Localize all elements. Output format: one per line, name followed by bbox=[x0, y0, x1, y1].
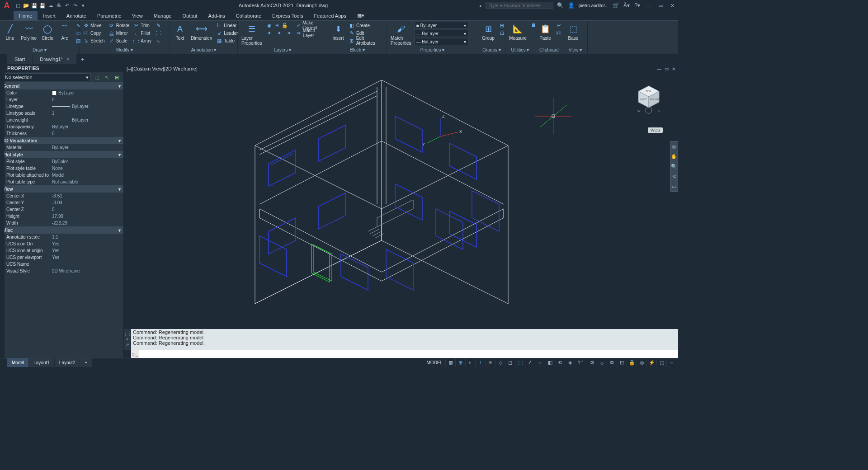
tab-featuredapps[interactable]: Featured Apps bbox=[308, 11, 352, 20]
selectobj-icon[interactable]: ↖ bbox=[103, 73, 111, 81]
explode-icon[interactable]: ⛶ bbox=[154, 29, 163, 37]
layer-icon[interactable]: ✦ bbox=[265, 29, 274, 37]
section-3dvis[interactable]: 3D Visualization▾ bbox=[0, 137, 123, 144]
workspace-icon[interactable]: ⚙ bbox=[587, 358, 597, 367]
cycling-icon[interactable]: ⟲ bbox=[555, 358, 565, 367]
app-store-icon[interactable]: Å▾ bbox=[623, 2, 630, 9]
edit-attributes-button[interactable]: ⊞Edit Attributes bbox=[347, 37, 385, 44]
panel-clipboard[interactable]: Clipboard bbox=[537, 47, 561, 54]
nav-showmotion-icon[interactable]: ▭ bbox=[670, 181, 678, 191]
customize-icon[interactable]: ≡ bbox=[666, 358, 676, 367]
selection-dropdown[interactable]: No selection▾ bbox=[3, 73, 91, 81]
tab-insert[interactable]: Insert bbox=[38, 11, 61, 20]
tab-view[interactable]: View bbox=[127, 11, 148, 20]
hardware-accel-icon[interactable]: ⚡ bbox=[646, 358, 656, 367]
group-button[interactable]: ⊞Group bbox=[480, 22, 496, 42]
isolate-icon[interactable]: ◎ bbox=[637, 358, 646, 367]
color-dropdown[interactable]: ■ ByLayer▾ bbox=[414, 22, 468, 29]
username[interactable]: pietro.auditor... bbox=[579, 3, 609, 8]
ann-visibility-icon[interactable]: ☼ bbox=[597, 358, 607, 367]
insert-button[interactable]: ⬇Insert bbox=[330, 22, 346, 42]
layout-tab-model[interactable]: Model bbox=[7, 358, 29, 367]
lock-ui-icon[interactable]: 🔒 bbox=[627, 358, 637, 367]
move-button[interactable]: ✥Move bbox=[81, 22, 106, 29]
fillet-button[interactable]: ◟Fillet bbox=[132, 29, 153, 37]
layout-tab-layout2[interactable]: Layout2 bbox=[55, 358, 80, 367]
stretch-button[interactable]: ⇲Stretch bbox=[81, 37, 106, 44]
polar-icon[interactable]: ✳ bbox=[485, 358, 495, 367]
drawing-canvas[interactable]: [–][Custom View][2D Wireframe] — ▭ ✕ bbox=[124, 64, 678, 329]
search-icon[interactable]: 🔍 bbox=[557, 2, 564, 9]
create-block-button[interactable]: ◧Create bbox=[347, 22, 385, 29]
save-icon[interactable]: 💾 bbox=[31, 2, 38, 9]
match-layer-button[interactable]: ⇒Match Layer bbox=[295, 29, 326, 37]
infer-icon[interactable]: ⊾ bbox=[465, 358, 475, 367]
match-properties-button[interactable]: 🖌Match Properties bbox=[389, 22, 413, 47]
new-icon[interactable]: ▢ bbox=[14, 2, 22, 9]
cut-icon[interactable]: ✂ bbox=[554, 22, 563, 29]
annotation-scale[interactable]: 1:1 bbox=[575, 360, 587, 365]
dimension-button[interactable]: ⟷Dimension bbox=[189, 22, 214, 42]
qat-dropdown-icon[interactable]: ▾ bbox=[80, 2, 87, 9]
base-button[interactable]: ⬚Base bbox=[565, 22, 581, 42]
tab-addins[interactable]: Add-ins bbox=[203, 11, 231, 20]
signin-icon[interactable]: 👤 bbox=[568, 2, 575, 9]
tab-more-icon[interactable]: ▦▾ bbox=[352, 11, 370, 20]
panel-utilities[interactable]: Utilities ▾ bbox=[507, 47, 533, 54]
tab-annotate[interactable]: Annotate bbox=[61, 11, 92, 20]
measure-button[interactable]: 📐Measure bbox=[507, 22, 528, 42]
section-general[interactable]: General▾ bbox=[0, 82, 123, 89]
add-tab-button[interactable]: + bbox=[77, 54, 88, 64]
erase-icon[interactable]: ✎ bbox=[154, 22, 163, 29]
paste-button[interactable]: 📋Paste bbox=[537, 22, 553, 42]
cmd-options-icon[interactable]: ↗ bbox=[126, 343, 129, 347]
panel-block[interactable]: Block ▾ bbox=[330, 47, 385, 54]
layer-icon2[interactable]: ✦ bbox=[275, 29, 284, 37]
tab-home[interactable]: Home bbox=[14, 11, 38, 20]
groupedit-icon[interactable]: ⊡ bbox=[497, 29, 506, 37]
panel-annotation[interactable]: Annotation ▾ bbox=[172, 47, 236, 54]
wcs-label[interactable]: WCS bbox=[648, 127, 663, 133]
table-button[interactable]: ▦Table bbox=[215, 37, 239, 44]
lineweight-dropdown[interactable]: — ByLayer▾ bbox=[414, 30, 468, 37]
lineweight-icon[interactable]: ≡ bbox=[535, 358, 545, 367]
nav-orbit-icon[interactable]: ⟲ bbox=[670, 171, 678, 181]
nav-wheel-icon[interactable]: ◎ bbox=[670, 141, 678, 151]
plot-icon[interactable]: 🖶 bbox=[55, 2, 62, 9]
layout-tab-layout1[interactable]: Layout1 bbox=[29, 358, 55, 367]
polyline-button[interactable]: 〰Polyline bbox=[19, 22, 38, 42]
quickselect-icon[interactable]: ⬚ bbox=[93, 73, 101, 81]
section-plotstyle[interactable]: Plot style▾ bbox=[0, 151, 123, 158]
otrack-icon[interactable]: ∠ bbox=[525, 358, 535, 367]
tab-parametric[interactable]: Parametric bbox=[92, 11, 127, 20]
cmd-close-icon[interactable]: × bbox=[126, 337, 128, 342]
pickadd-icon[interactable]: ⊞ bbox=[113, 73, 121, 81]
ann-monitor-icon[interactable]: ◈ bbox=[565, 358, 575, 367]
restore-button[interactable]: ▭ bbox=[656, 2, 665, 9]
linetype-dropdown[interactable]: — ByLayer▾ bbox=[414, 38, 468, 45]
panel-draw[interactable]: Draw ▾ bbox=[2, 47, 77, 54]
copy-button[interactable]: ⿻Copy bbox=[81, 29, 106, 37]
layer-properties-button[interactable]: ☰Layer Properties bbox=[240, 22, 264, 47]
leader-button[interactable]: ↙Leader bbox=[215, 29, 239, 37]
nav-zoom-icon[interactable]: 🔍 bbox=[670, 161, 678, 171]
snap-icon[interactable]: ⊞ bbox=[455, 358, 465, 367]
redo-icon[interactable]: ↷ bbox=[71, 2, 79, 9]
layer-state-icon[interactable]: ◉☀🔓 bbox=[265, 22, 294, 29]
command-input[interactable] bbox=[139, 350, 678, 358]
search-input[interactable] bbox=[486, 2, 553, 9]
cmd-prompt-icon[interactable]: ▷_ bbox=[131, 350, 139, 358]
clean-screen-icon[interactable]: ▢ bbox=[656, 358, 666, 367]
offset-icon[interactable]: ⊂ bbox=[154, 37, 163, 44]
tab-output[interactable]: Output bbox=[177, 11, 203, 20]
units-icon[interactable]: ⧉ bbox=[607, 358, 617, 367]
panel-view[interactable]: View ▾ bbox=[565, 47, 585, 54]
section-misc[interactable]: Misc▾ bbox=[0, 226, 123, 234]
close-button[interactable]: ✕ bbox=[668, 2, 676, 9]
help-icon[interactable]: ?▾ bbox=[634, 2, 641, 9]
arc-button[interactable]: ⌒Arc bbox=[57, 22, 73, 42]
copy-clip-icon[interactable]: ⿻ bbox=[554, 29, 563, 37]
mirror-button[interactable]: ⧋Mirror bbox=[107, 29, 131, 37]
panel-layers[interactable]: Layers ▾ bbox=[240, 47, 326, 54]
cmd-drag-icon[interactable]: ⋮⋮ bbox=[124, 332, 131, 336]
